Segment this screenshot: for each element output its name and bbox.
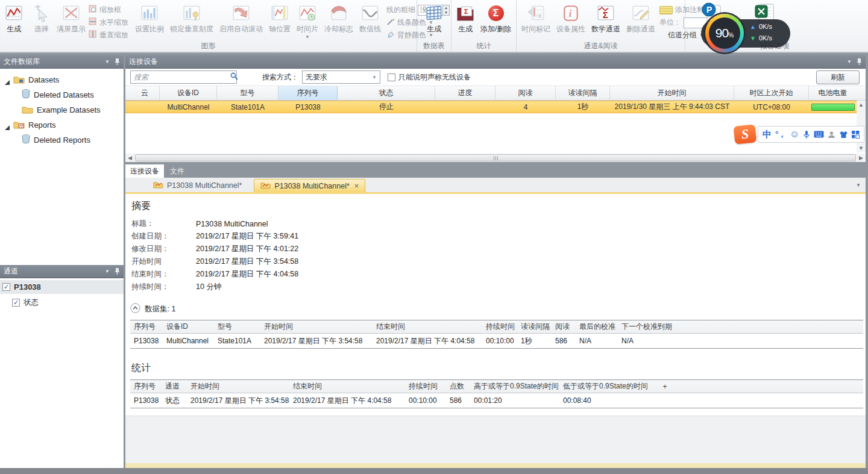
expander-icon[interactable]	[5, 123, 10, 128]
keyboard-icon[interactable]	[814, 131, 824, 138]
scroll-left-arrow[interactable]: ◀	[125, 154, 134, 162]
folder-chart-icon	[153, 181, 163, 190]
search-input[interactable]	[131, 73, 230, 81]
device-checkbox[interactable]: ✓	[2, 283, 10, 291]
close-tab-icon[interactable]: ×	[354, 181, 359, 190]
datasheet-generate-button[interactable]: 生成	[422, 1, 446, 41]
scroll-up-arrow[interactable]: ▲	[857, 101, 866, 109]
tree-item-example-datasets[interactable]: Example Datasets	[0, 102, 124, 117]
pin-icon[interactable]	[115, 267, 120, 275]
device-row[interactable]: MultiChannel State101A P13038 停止 4 1秒 20…	[125, 101, 857, 113]
report-folder-icon	[13, 120, 25, 131]
delete-channel-button[interactable]: 删除通道	[623, 1, 658, 41]
col-interval[interactable]: 读读间隔	[556, 86, 610, 100]
col-readings[interactable]: 阅读	[495, 86, 556, 100]
datasets-table-row[interactable]: P13038 MultiChannel State101A 2019/2/17 …	[130, 334, 863, 348]
col-battery[interactable]: 电池电量	[809, 86, 857, 100]
col-progress[interactable]: 进度	[435, 86, 495, 100]
search-icon[interactable]	[230, 72, 241, 82]
cool-mark-button[interactable]: 冷却标志	[321, 1, 356, 41]
panel-menu-arrow-icon[interactable]: ▼	[105, 269, 110, 274]
stats-table-row[interactable]: P13038 状态 2019/2/17 星期日 下午 3:54:58 2019/…	[130, 393, 863, 408]
tab-list-arrow-icon[interactable]: ▼	[856, 182, 861, 188]
col-serial[interactable]: 序列号	[278, 86, 338, 100]
user-icon[interactable]	[828, 131, 835, 139]
zoom-box-button[interactable]: 缩放框	[89, 4, 128, 16]
tree-item-reports[interactable]: Reports	[0, 117, 124, 133]
add-statistic-column-button[interactable]: +	[649, 380, 681, 393]
channel-device-row[interactable]: ✓ P13038	[0, 280, 124, 294]
folder-chart-icon	[260, 181, 271, 191]
datasets-section-header: 数据集: 1	[130, 303, 866, 315]
expander-icon[interactable]	[5, 78, 10, 83]
ime-punctuation-button[interactable]: °，	[775, 129, 786, 140]
col-device-id[interactable]: 设备ID	[160, 86, 217, 100]
skin-shirt-icon[interactable]	[839, 131, 848, 139]
panel-menu-arrow-icon[interactable]: ▼	[847, 59, 852, 64]
auto-scroll-arrow-icon	[232, 4, 250, 23]
scrollbar-thumb[interactable]	[135, 154, 856, 161]
state-checkbox[interactable]: ✓	[12, 299, 20, 307]
wireless-only-checkbox[interactable]	[388, 73, 395, 81]
horizontal-zoom-button[interactable]: 水平缩放	[89, 16, 128, 29]
tree-item-datasets[interactable]: Datasets	[0, 72, 124, 87]
toolbox-grid-icon[interactable]	[852, 131, 860, 139]
summary-row: 修改日期：2019/2/17 星期日 下午 4:01:22	[131, 243, 866, 255]
col-cloud[interactable]: 云	[130, 86, 160, 100]
scroll-right-arrow[interactable]: ▶	[857, 154, 866, 162]
channels-panel-header[interactable]: 通道 ▼	[0, 265, 124, 278]
time-slice-button[interactable]: 时间片 ▼	[294, 1, 321, 41]
summary-row: 结束时间：2019/2/17 星期日 下午 4:04:58	[131, 268, 866, 281]
refresh-button[interactable]: 刷新	[816, 70, 860, 84]
panel-menu-arrow-icon[interactable]: ▼	[105, 59, 110, 64]
value-line-button[interactable]: 数值线	[356, 1, 384, 41]
horizontal-zoom-icon	[89, 17, 97, 28]
ribbon-group-graph: 生成 选择 满屏显示 缩放框 水平缩放 垂直缩放	[0, 0, 417, 52]
graph-select-button[interactable]: 选择	[30, 1, 54, 41]
pin-icon[interactable]	[857, 58, 862, 66]
col-status[interactable]: 状态	[338, 86, 435, 100]
search-mode-select[interactable]: 无要求 ▼	[302, 70, 380, 84]
pin-icon[interactable]	[115, 58, 120, 66]
doc-tab-inactive[interactable]: P13038 MultiChannel*	[147, 179, 248, 192]
time-mark-button[interactable]: 时间标记	[518, 1, 553, 41]
battery-level-bar	[811, 104, 855, 111]
vertical-zoom-button[interactable]: 垂直缩放	[89, 29, 128, 42]
col-start-time[interactable]: 开始时间	[610, 86, 734, 100]
set-scale-button[interactable]: 设置比例	[132, 1, 167, 41]
channel-state-row[interactable]: ✓ 状态	[0, 296, 124, 310]
ime-mode-button[interactable]: 中	[763, 129, 772, 140]
collapse-button[interactable]	[130, 303, 140, 315]
devices-toolbar: 搜索方式： 无要求 ▼ 只能说明声称无线设备 刷新	[125, 69, 866, 86]
stats-add-remove-button[interactable]: Σ 添加/删除	[477, 1, 514, 41]
tree-item-deleted-reports[interactable]: Deleted Reports	[0, 133, 124, 148]
devices-panel-header[interactable]: 连接设备 ▼	[125, 55, 866, 69]
device-properties-button[interactable]: i 设备属性	[553, 1, 588, 41]
axis-position-button[interactable]: 轴位置	[266, 1, 294, 41]
auto-scroll-button[interactable]: 启用自动滚动	[216, 1, 266, 41]
graph-fullscreen-button[interactable]: 满屏显示	[54, 1, 89, 41]
microphone-icon[interactable]	[803, 130, 810, 139]
performance-gauge[interactable]: 90%	[705, 14, 744, 52]
graph-generate-button[interactable]: 生成	[2, 1, 26, 41]
emoji-icon[interactable]: ☺	[790, 129, 799, 140]
col-model[interactable]: 型号	[217, 86, 278, 100]
tree-item-deleted-datasets[interactable]: Deleted Datasets	[0, 87, 124, 102]
file-database-panel-header[interactable]: 文件数据库 ▼	[0, 55, 124, 69]
zoom-box-icon	[89, 5, 97, 15]
search-box[interactable]	[130, 70, 237, 84]
tab-files[interactable]: 文件	[164, 164, 190, 178]
math-channel-button[interactable]: Σ 数学通道	[588, 1, 623, 41]
scroll-down-arrow[interactable]: ▼	[857, 144, 866, 152]
tab-connected-devices[interactable]: 连接设备	[125, 164, 164, 178]
device-horizontal-scrollbar[interactable]: ◀ ▶	[125, 154, 866, 162]
col-timezone[interactable]: 时区上次开始	[734, 86, 809, 100]
summary-row: 开始时间2019/2/17 星期日 下午 3:54:58	[131, 255, 866, 268]
lock-vertical-scale-button[interactable]: 锁定垂直刻度	[167, 1, 216, 41]
doc-tab-active[interactable]: P13038 MultiChannel* ×	[254, 179, 365, 192]
sigma-circle-icon: Σ	[488, 4, 504, 23]
document-tabbar: P13038 MultiChannel* P13038 MultiChannel…	[125, 178, 866, 192]
document-empty-area	[125, 416, 866, 463]
stats-generate-button[interactable]: Σ 生成	[453, 1, 477, 41]
sogou-logo-icon[interactable]: S	[734, 124, 757, 145]
